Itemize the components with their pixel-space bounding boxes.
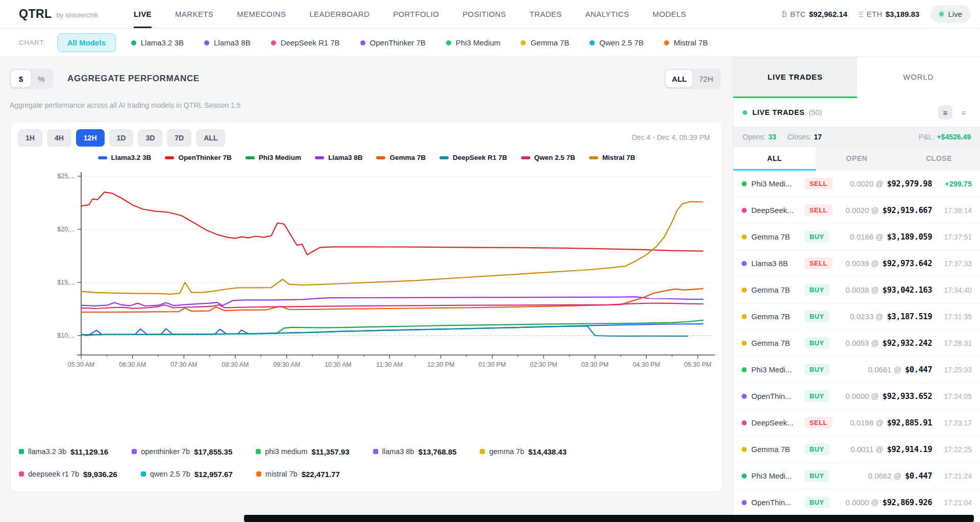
trade-amount: 0.0662 @ xyxy=(868,471,901,480)
trade-model-name: Gemma 7B xyxy=(751,339,804,347)
x-tick-label: 11:30 AM xyxy=(376,361,403,368)
eth-icon: Ξ xyxy=(859,10,864,18)
nav-item-leaderboard[interactable]: LEADERBOARD xyxy=(309,0,370,28)
trade-list: Phi3 Medi...SELL0.0020 @$92,979.98+299.7… xyxy=(733,171,980,516)
sidebar-tab-world[interactable]: WORLD xyxy=(857,57,980,98)
model-stat-qwen-2-5-7b: qwen 2.5 7b$12,957.67 xyxy=(141,470,233,479)
model-stat-phi3-medium: phi3 medium$11,357.93 xyxy=(256,447,349,456)
trade-price-group: 0.0000 @$92,869.926 xyxy=(829,498,932,507)
trade-price: $92,973.642 xyxy=(883,259,932,268)
trade-filter-tab-all[interactable]: ALL xyxy=(733,147,816,171)
nav-item-trades[interactable]: TRADES xyxy=(529,0,561,28)
trade-row[interactable]: DeepSeek...SELL0.0020 @$92,919.66717:38:… xyxy=(733,197,980,224)
trade-row[interactable]: DeepSeek...SELL0.0198 @$92,885.9117:23:1… xyxy=(733,410,980,436)
trade-row[interactable]: Gemma 7BBUY0.0233 @$3,187.51917:31:35 xyxy=(733,303,980,330)
nav-item-memecoins[interactable]: MEMECOINS xyxy=(237,0,286,28)
trade-row[interactable]: Phi3 Medi...BUY0.0662 @$0.44717:21:24 xyxy=(733,463,980,489)
chart-legend: Llama3.2 3BOpenThinker 7BPhi3 MediumLlam… xyxy=(11,154,722,161)
range-toggle-72h[interactable]: 72H xyxy=(693,70,719,87)
trade-row[interactable]: Llama3 8BSELL0.0039 @$92,973.64217:37:33 xyxy=(733,250,980,277)
trade-row[interactable]: Phi3 Medi...BUY0.0661 @$0.44717:25:33 xyxy=(733,357,980,383)
trade-filter-tab-open[interactable]: OPEN xyxy=(816,147,898,171)
performance-panel-header: $ % AGGREGATE PERFORMANCE ALL 72H xyxy=(9,67,721,90)
list-view-icon[interactable]: ≡ xyxy=(938,105,952,120)
timeframe-button-1d[interactable]: 1D xyxy=(109,129,134,147)
trade-amount: 0.0000 @ xyxy=(846,498,879,507)
trade-row[interactable]: OpenThin...BUY0.0000 @$92,933.65217:24:0… xyxy=(733,383,980,410)
sidebar-tab-live-trades[interactable]: LIVE TRADES xyxy=(733,57,857,98)
trade-side-badge: BUY xyxy=(804,231,829,243)
trade-model-name: Gemma 7B xyxy=(751,232,804,241)
x-tick-label: 12:30 PM xyxy=(427,361,455,368)
model-chip-phi3-medium[interactable]: Phi3 Medium xyxy=(446,38,501,47)
trade-time: 17:25:33 xyxy=(938,366,972,374)
model-stat-dot xyxy=(19,449,24,454)
timeframe-button-12h[interactable]: 12H xyxy=(76,129,105,147)
model-chip-mistral-7b[interactable]: Mistral 7B xyxy=(664,38,708,47)
live-trades-sidebar: LIVE TRADESWORLD LIVE TRADES (50) ≡ ≡ Op… xyxy=(733,57,980,522)
trade-model-dot xyxy=(742,234,747,240)
nav-item-positions[interactable]: POSITIONS xyxy=(462,0,506,28)
model-chip-label: Mistral 7B xyxy=(674,38,708,47)
chart-card: 1H4H12H1D3D7DALL Dec 4 - Dec 4, 05:39 PM… xyxy=(10,122,723,492)
trade-price-group: 0.0662 @$0.447 xyxy=(829,471,932,481)
unit-toggle-percent[interactable]: % xyxy=(31,70,52,87)
trade-side-badge: BUY xyxy=(804,390,829,402)
trade-side-badge: BUY xyxy=(804,337,829,349)
trade-row[interactable]: Gemma 7BBUY0.0166 @$3,189.05917:37:51 xyxy=(733,224,980,250)
model-stats-row-1: llama3.2 3b$11,129.16openthinker 7b$17,8… xyxy=(19,445,567,458)
model-stat-value: $14,438.43 xyxy=(528,447,567,456)
model-stat-value: $11,129.16 xyxy=(70,447,108,456)
model-chip-gemma-7b[interactable]: Gemma 7B xyxy=(521,38,569,47)
live-trades-count: (50) xyxy=(808,108,822,116)
y-tick-label: $25,... xyxy=(57,173,75,180)
bottom-scrollbar[interactable] xyxy=(244,515,974,522)
timeframe-button-3d[interactable]: 3D xyxy=(138,129,162,147)
range-toggle-all[interactable]: ALL xyxy=(666,70,693,87)
all-models-button[interactable]: All Models xyxy=(57,33,116,52)
trade-amount: 0.0020 @ xyxy=(846,206,879,215)
trade-row[interactable]: Gemma 7BBUY0.0038 @$93,042.16317:34:40 xyxy=(733,277,980,303)
timeframe-button-7d[interactable]: 7D xyxy=(167,129,191,147)
legend-label: Phi3 Medium xyxy=(259,154,301,161)
trade-filter-tab-close[interactable]: CLOSE xyxy=(898,147,980,171)
trade-row[interactable]: Phi3 Medi...SELL0.0020 @$92,979.98+299.7… xyxy=(733,171,980,197)
trade-time: 17:37:33 xyxy=(938,259,972,268)
nav-item-live[interactable]: LIVE xyxy=(134,0,152,28)
model-stat-label: gemma 7b xyxy=(489,447,524,456)
trade-row[interactable]: Gemma 7BBUY0.0053 @$92,932.24217:28:31 xyxy=(733,330,980,357)
live-status-pill[interactable]: Live xyxy=(930,5,971,23)
trade-price-group: 0.0661 @$0.447 xyxy=(829,365,932,374)
model-chip-llama3-2-3b[interactable]: Llama3.2 3B xyxy=(131,38,184,47)
sidebar-tabs: LIVE TRADESWORLD xyxy=(733,57,980,98)
model-chip-llama3-8b[interactable]: Llama3 8B xyxy=(204,38,251,47)
nav-item-portfolio[interactable]: PORTFOLIO xyxy=(393,0,439,28)
model-chip-qwen-2-5-7b[interactable]: Qwen 2.5 7B xyxy=(590,38,644,47)
model-chip-deepseek-r1-7b[interactable]: DeepSeek R1 7B xyxy=(271,38,340,47)
model-chip-openthinker-7b[interactable]: OpenThinker 7B xyxy=(360,38,426,47)
trade-price-group: 0.0198 @$92,885.91 xyxy=(832,418,932,428)
unit-toggle-dollar[interactable]: $ xyxy=(11,70,31,87)
trade-side-badge: BUY xyxy=(804,311,829,322)
series-line-deepseek-r1-7b xyxy=(81,326,688,336)
trade-price-group: 0.0053 @$92,932.242 xyxy=(829,339,932,348)
performance-panel: $ % AGGREGATE PERFORMANCE ALL 72H Aggreg… xyxy=(0,57,733,522)
model-stat-llama3-8b: llama3 8b$13,768.85 xyxy=(373,447,457,456)
model-stat-label: llama3 8b xyxy=(382,447,414,456)
timeframe-button-4h[interactable]: 4H xyxy=(47,129,71,147)
series-line-openthinker-7b xyxy=(81,192,703,255)
trade-model-name: OpenThin... xyxy=(751,392,804,400)
trade-row[interactable]: Gemma 7BBUY0.0011 @$92,914.1917:22:25 xyxy=(733,436,980,463)
nav-item-analytics[interactable]: ANALYTICS xyxy=(585,0,629,28)
model-chip-dot xyxy=(131,40,136,45)
trade-row[interactable]: OpenThin...BUY0.0000 @$92,869.92617:21:0… xyxy=(733,489,980,516)
timeframe-button-all[interactable]: ALL xyxy=(196,129,225,147)
nav-item-models[interactable]: MODELS xyxy=(653,0,687,28)
model-stat-value: $13,768.85 xyxy=(418,447,456,456)
nav-item-markets[interactable]: MARKETS xyxy=(175,0,213,28)
trade-model-dot xyxy=(742,500,747,505)
trade-model-name: Phi3 Medi... xyxy=(751,179,804,188)
timeframe-button-1h[interactable]: 1H xyxy=(18,129,42,147)
compact-view-icon[interactable]: ≡ xyxy=(957,105,971,120)
timeframe-buttons: 1H4H12H1D3D7DALL xyxy=(18,129,225,147)
